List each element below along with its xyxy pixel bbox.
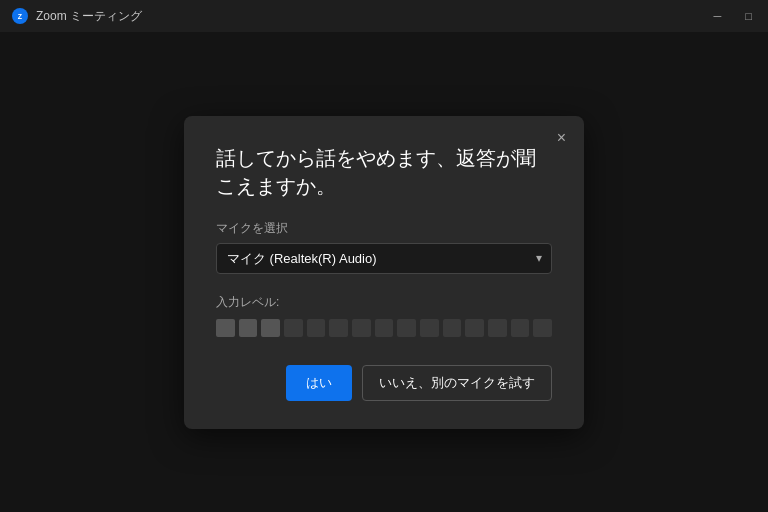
level-bar-9: [420, 319, 439, 337]
level-bar-13: [511, 319, 530, 337]
app-title: Zoom ミーティング: [36, 8, 142, 25]
level-bar-10: [443, 319, 462, 337]
level-bar-14: [533, 319, 552, 337]
mic-select[interactable]: マイク (Realtek(R) Audio): [216, 243, 552, 274]
titlebar-left: Z Zoom ミーティング: [12, 8, 142, 25]
level-bars: [216, 319, 552, 337]
level-bar-8: [397, 319, 416, 337]
level-bar-1: [239, 319, 258, 337]
dialog: × 話してから話をやめます、返答が聞こえますか。 マイクを選択 マイク (Rea…: [184, 116, 584, 429]
level-bar-0: [216, 319, 235, 337]
dialog-actions: はい いいえ、別のマイクを試す: [216, 365, 552, 401]
zoom-icon: Z: [12, 8, 28, 24]
level-bar-12: [488, 319, 507, 337]
svg-text:Z: Z: [18, 13, 23, 20]
close-button[interactable]: ×: [553, 128, 570, 148]
maximize-button[interactable]: □: [741, 8, 756, 24]
level-bar-2: [261, 319, 280, 337]
level-bar-3: [284, 319, 303, 337]
yes-button[interactable]: はい: [286, 365, 352, 401]
titlebar: Z Zoom ミーティング ─ □: [0, 0, 768, 32]
dialog-title: 話してから話をやめます、返答が聞こえますか。: [216, 144, 552, 200]
level-bar-7: [375, 319, 394, 337]
level-bar-11: [465, 319, 484, 337]
mic-select-label: マイクを選択: [216, 220, 552, 237]
level-bar-6: [352, 319, 371, 337]
level-bar-5: [329, 319, 348, 337]
background-overlay: × 話してから話をやめます、返答が聞こえますか。 マイクを選択 マイク (Rea…: [0, 32, 768, 512]
level-label: 入力レベル:: [216, 294, 552, 311]
mic-select-wrapper: マイク (Realtek(R) Audio) ▾: [216, 243, 552, 274]
level-bar-4: [307, 319, 326, 337]
no-button[interactable]: いいえ、別のマイクを試す: [362, 365, 552, 401]
minimize-button[interactable]: ─: [710, 8, 726, 24]
titlebar-controls: ─ □: [710, 8, 756, 24]
